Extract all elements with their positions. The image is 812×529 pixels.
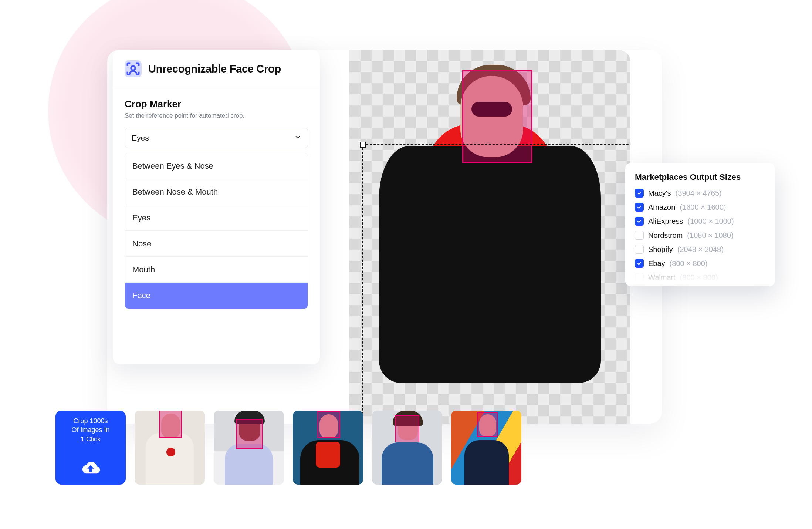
thumbnail-5[interactable] [451, 411, 521, 485]
chevron-down-icon [294, 134, 301, 142]
marketplace-row-macys[interactable]: Macy's (3904 × 4765) [635, 189, 765, 198]
option-between-eyes-nose[interactable]: Between Eyes & Nose [125, 153, 308, 179]
panel-title: Unrecognizable Face Crop [148, 63, 281, 75]
option-face[interactable]: Face [125, 283, 308, 309]
marketplace-row-aliexpress[interactable]: AliExpress (1000 × 1000) [635, 217, 765, 226]
crop-marker-options: Between Eyes & Nose Between Nose & Mouth… [125, 153, 308, 309]
popover-fade [625, 269, 775, 286]
checkbox-aliexpress[interactable] [635, 217, 644, 226]
crop-marquee[interactable] [362, 144, 630, 424]
option-eyes[interactable]: Eyes [125, 205, 308, 231]
thumbnail-1[interactable] [135, 411, 205, 485]
marketplaces-title: Marketplaces Output Sizes [635, 172, 765, 182]
cta-text: Crop 1000s Of Images In 1 Click [71, 417, 109, 444]
checkbox-shopify[interactable] [635, 245, 644, 254]
option-between-nose-mouth[interactable]: Between Nose & Mouth [125, 179, 308, 205]
thumbnail-3[interactable] [293, 411, 363, 485]
checkbox-nordstrom[interactable] [635, 231, 644, 240]
bulk-crop-cta[interactable]: Crop 1000s Of Images In 1 Click [55, 411, 126, 485]
thumbnail-2[interactable] [214, 411, 284, 485]
checkbox-macys[interactable] [635, 189, 644, 198]
image-preview[interactable] [349, 50, 630, 424]
crop-marker-select-value: Eyes [132, 134, 149, 142]
marketplace-row-nordstrom[interactable]: Nordstrom (1080 × 1080) [635, 231, 765, 240]
crop-marker-select[interactable]: Eyes [125, 128, 308, 148]
crop-settings-panel: Unrecognizable Face Crop Crop Marker Set… [113, 50, 320, 364]
marketplace-row-amazon[interactable]: Amazon (1600 × 1600) [635, 203, 765, 212]
marketplace-row-ebay[interactable]: Ebay (800 × 800) [635, 259, 765, 268]
thumbnail-4[interactable] [372, 411, 442, 485]
crop-marker-description: Set the reference point for automated cr… [125, 112, 308, 119]
svg-point-0 [131, 66, 135, 70]
marketplace-row-shopify[interactable]: Shopify (2048 × 2048) [635, 245, 765, 254]
face-crop-icon [125, 60, 142, 77]
cloud-upload-icon [80, 458, 101, 479]
crop-marker-heading: Crop Marker [125, 98, 308, 110]
panel-header: Unrecognizable Face Crop [113, 50, 320, 87]
crop-handle-top-left[interactable] [360, 142, 366, 148]
option-nose[interactable]: Nose [125, 231, 308, 257]
thumbnail-strip: Crop 1000s Of Images In 1 Click [55, 411, 521, 485]
checkbox-amazon[interactable] [635, 203, 644, 212]
checkbox-ebay[interactable] [635, 259, 644, 268]
marketplaces-popover: Marketplaces Output Sizes Macy's (3904 ×… [625, 163, 775, 286]
option-mouth[interactable]: Mouth [125, 257, 308, 283]
